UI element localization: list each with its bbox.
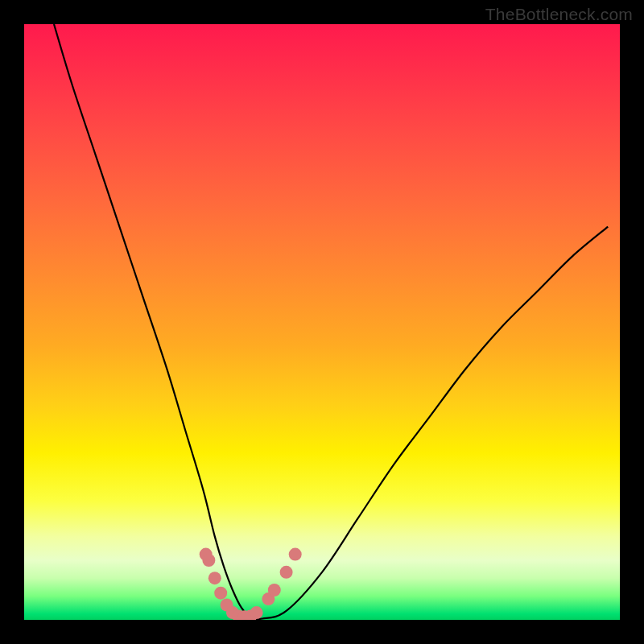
plot-area xyxy=(24,24,620,620)
watermark-text: TheBottleneck.com xyxy=(485,5,633,24)
chart-frame: TheBottleneck.com xyxy=(0,0,644,644)
curve-svg xyxy=(24,24,620,620)
valley-dot xyxy=(202,554,215,567)
valley-dot xyxy=(214,587,227,600)
valley-dot xyxy=(289,548,302,561)
valley-dot xyxy=(208,572,221,584)
valley-dot xyxy=(268,584,281,597)
valley-dot xyxy=(280,566,293,579)
curve-path xyxy=(54,24,608,619)
valley-dots-group xyxy=(200,548,302,620)
valley-dot xyxy=(250,606,263,619)
